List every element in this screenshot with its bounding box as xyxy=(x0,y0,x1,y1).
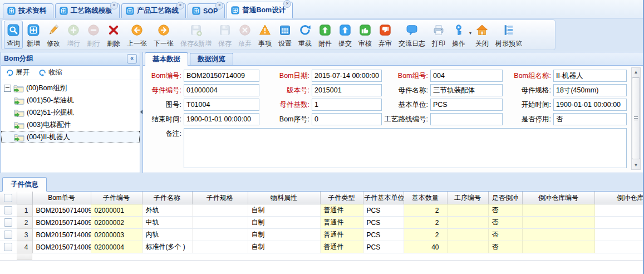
toolbar-discard-button[interactable]: 放弃 xyxy=(235,21,254,49)
field-version-no[interactable] xyxy=(312,84,382,96)
toolbar-next-button[interactable]: 下一张 xyxy=(151,21,176,49)
field-remark-textarea[interactable] xyxy=(184,128,627,168)
cell-child-name[interactable]: 中轨 xyxy=(142,217,192,229)
column-header-child-no[interactable]: 子件编号 xyxy=(91,192,142,204)
toolbar-delete-row-button[interactable]: 删行 xyxy=(84,21,103,49)
column-header-backflush-wh-no[interactable]: 倒冲仓库编号 xyxy=(522,192,594,204)
window-tab-product-routing[interactable]: 产品工艺路线× xyxy=(121,3,186,18)
cell-child-unit[interactable]: PCS xyxy=(363,217,404,229)
cell-base-qty[interactable]: 2 xyxy=(404,204,447,217)
column-header-material-attr[interactable]: 物料属性 xyxy=(248,192,320,204)
cell-child-type[interactable]: 普通件 xyxy=(320,217,363,229)
toolbar-reload-button[interactable]: 重载 xyxy=(296,21,314,49)
cell-process-no[interactable] xyxy=(447,204,488,217)
field-start-time[interactable] xyxy=(553,99,627,111)
tree-collapse-minus-icon[interactable] xyxy=(4,85,11,92)
cell-child-no[interactable]: 02000004 xyxy=(91,241,142,253)
cell-backflush-wh-no[interactable] xyxy=(522,241,594,253)
field-parent-spec[interactable] xyxy=(553,84,627,96)
row-select-cell[interactable] xyxy=(0,241,17,253)
field-drawing-no[interactable] xyxy=(184,99,259,111)
field-bom-no[interactable] xyxy=(184,70,259,82)
cell-child-no[interactable]: 02000002 xyxy=(91,217,142,229)
cell-backflush-wh-name[interactable] xyxy=(594,229,644,241)
panel-collapse-left-icon[interactable]: « xyxy=(127,54,137,63)
cell-child-spec[interactable] xyxy=(192,229,248,241)
cell-is-backflush[interactable]: 否 xyxy=(488,229,522,241)
toolbar-close-button[interactable]: 关闭 xyxy=(473,21,491,49)
toolbar-operate-button[interactable]: 操作▾ xyxy=(449,21,471,49)
cell-child-type[interactable]: 普通件 xyxy=(320,229,363,241)
toolbar-add-button[interactable]: 新增 xyxy=(24,21,43,49)
cell-child-type[interactable]: 普通件 xyxy=(320,204,363,217)
tab-close-icon[interactable]: × xyxy=(176,2,184,9)
column-header-child-spec[interactable]: 子件规格 xyxy=(192,192,248,204)
cell-is-backflush[interactable]: 否 xyxy=(488,241,522,253)
cell-backflush-wh-no[interactable] xyxy=(522,204,594,217)
toolbar-attachment-button[interactable]: 附件 xyxy=(316,21,335,49)
toolbar-print-button[interactable]: 打印 xyxy=(429,21,448,49)
table-row[interactable]: 2BOM2015071400902000002中轨自制普通件PCS2否 xyxy=(0,217,644,229)
select-all-checkbox[interactable] xyxy=(4,194,12,202)
toolbar-approve-button[interactable]: 审核 xyxy=(356,21,375,49)
row-checkbox[interactable] xyxy=(4,243,12,251)
cell-child-unit[interactable]: PCS xyxy=(363,229,404,241)
field-bom-group-no[interactable] xyxy=(430,70,503,82)
tree-node-group-004[interactable]: (004)II-机器人 xyxy=(1,131,140,143)
toolbar-delete-button[interactable]: 删除 xyxy=(104,21,123,49)
cell-process-no[interactable] xyxy=(447,241,488,253)
scrollbar-thumb[interactable] xyxy=(632,77,640,159)
tab-basic-data[interactable]: 基本数据 xyxy=(145,52,188,66)
field-parent-no[interactable] xyxy=(184,84,259,96)
toolbar-prev-button[interactable]: 上一张 xyxy=(124,21,150,49)
tab-close-icon[interactable]: × xyxy=(110,2,118,9)
cell-child-no[interactable]: 02000003 xyxy=(91,229,142,241)
scroll-up-icon[interactable]: ▲ xyxy=(632,68,640,76)
toolbar-edit-button[interactable]: 修改 xyxy=(44,21,63,49)
cell-child-type[interactable]: 普通件 xyxy=(320,241,363,253)
column-header-base-qty[interactable]: 基本数量 xyxy=(404,192,447,204)
cell-base-qty[interactable]: 2 xyxy=(404,217,447,229)
table-row[interactable]: 4BOM2015071400902000004标准件(多个 )自制普通件PCS4… xyxy=(0,241,644,253)
row-number-cell[interactable]: 1 xyxy=(17,204,32,217)
row-checkbox[interactable] xyxy=(4,206,12,214)
cell-material-attr[interactable]: 自制 xyxy=(248,229,320,241)
toolbar-reject-button[interactable]: 弃审 xyxy=(376,21,395,49)
tab-close-icon[interactable]: × xyxy=(215,2,223,9)
tree-node-group-003[interactable]: (003)电梯配件 xyxy=(1,119,140,131)
tree-expand-button[interactable]: 展开 xyxy=(6,68,30,78)
window-tab-bom-design[interactable]: 普通Bom设计× xyxy=(227,2,293,18)
dropdown-arrow-icon[interactable]: ▾ xyxy=(469,31,471,36)
toolbar-search-button[interactable]: 查询 xyxy=(4,21,23,49)
scroll-down-icon[interactable]: ▼ xyxy=(632,161,640,169)
cell-bom-no[interactable]: BOM20150714009 xyxy=(32,241,91,253)
field-bom-seq[interactable] xyxy=(312,113,382,125)
row-number-cell[interactable]: 2 xyxy=(17,217,32,229)
column-header-child-unit[interactable]: 子件基本单位 xyxy=(363,192,404,204)
cell-child-no[interactable]: 02000001 xyxy=(91,204,142,217)
tab-close-icon[interactable]: × xyxy=(283,0,291,8)
cell-is-backflush[interactable]: 否 xyxy=(488,204,522,217)
tab-child-info[interactable]: 子件信息 xyxy=(2,177,47,192)
tree-node-group-001[interactable]: (001)50-柴油机 xyxy=(1,94,140,106)
tree-node-group-002[interactable]: (002)51-挖掘机 xyxy=(1,106,140,119)
cell-bom-no[interactable]: BOM20150714009 xyxy=(32,229,91,241)
cell-material-attr[interactable]: 自制 xyxy=(248,217,320,229)
toolbar-settings-button[interactable]: 设置 xyxy=(276,21,294,49)
toolbar-save-button[interactable]: 保存 xyxy=(215,21,234,49)
cell-child-name[interactable]: 内轨 xyxy=(142,229,192,241)
cell-child-name[interactable]: 外轨 xyxy=(142,204,192,217)
column-header-process-no[interactable]: 工序编号 xyxy=(447,192,488,204)
column-header-bom-no[interactable]: Bom单号 xyxy=(32,192,91,204)
column-header-child-type[interactable]: 子件类型 xyxy=(320,192,363,204)
toolbar-save-new-button[interactable]: 保存&新增 xyxy=(178,21,214,49)
select-all-header[interactable] xyxy=(0,192,17,204)
cell-material-attr[interactable]: 自制 xyxy=(248,204,320,217)
cell-backflush-wh-name[interactable] xyxy=(594,204,644,217)
row-select-cell[interactable] xyxy=(0,204,17,217)
cell-child-unit[interactable]: PCS xyxy=(363,241,404,253)
cell-backflush-wh-no[interactable] xyxy=(522,217,594,229)
field-base-unit[interactable] xyxy=(430,99,503,111)
field-bom-date[interactable] xyxy=(312,70,382,82)
field-bom-group-name[interactable] xyxy=(553,70,627,82)
